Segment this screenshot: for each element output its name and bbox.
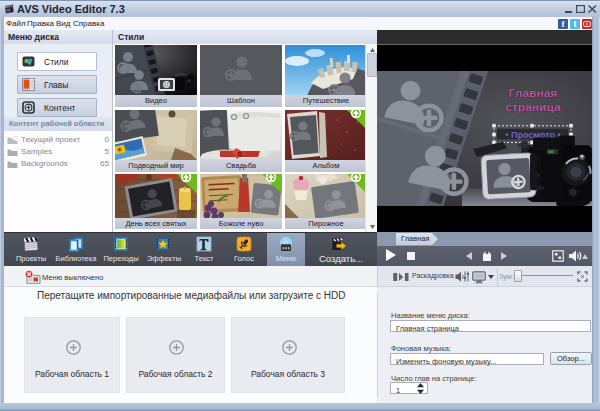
svg-text:Главная: Главная [509,87,558,101]
svg-text:страница: страница [505,100,561,114]
